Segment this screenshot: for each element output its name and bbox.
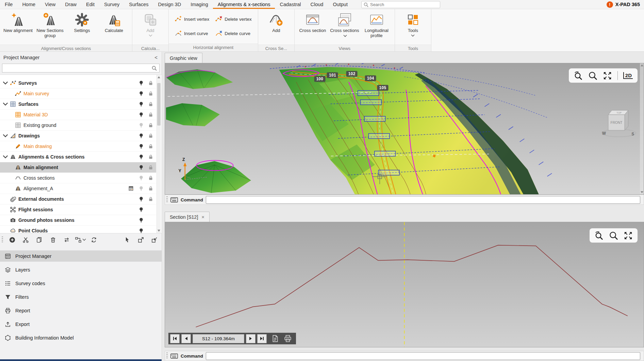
workflow-button[interactable] [76,235,85,244]
lock-icon[interactable] [148,80,153,86]
visibility-bulb-icon[interactable] [138,217,144,223]
chevron-down-icon[interactable] [3,102,10,106]
tree-item-drawings[interactable]: Drawings [0,131,156,141]
visibility-bulb-icon[interactable] [138,165,144,170]
visibility-bulb-icon[interactable] [138,207,144,212]
drag-handle[interactable] [2,236,3,243]
zoom-fit-button[interactable] [624,231,633,240]
panel-nav-export[interactable]: Export [0,318,162,330]
menu-item-cloud[interactable]: Cloud [306,0,328,9]
section-viewport[interactable]: S12 - 109.364m [165,222,644,347]
chevron-down-icon[interactable] [3,134,10,137]
tree-item-main-alignment[interactable]: Main alignment [0,162,156,173]
delete-button[interactable] [49,235,57,244]
lock-icon[interactable] [148,122,153,128]
graphic-viewport[interactable]: Z Y TOP FRONT W S 1001011 [165,63,644,195]
tree-item-material-3d[interactable]: Material 3D [0,110,156,120]
visibility-bulb-icon[interactable] [138,133,144,138]
lock-icon[interactable] [148,186,153,191]
visibility-bulb-icon[interactable] [138,144,144,149]
scroll-down-icon[interactable] [157,228,161,233]
lock-icon[interactable] [148,112,153,117]
ribbon-button-insert-vertex[interactable]: Insert vertex [172,14,212,24]
tree-item-alignement-a[interactable]: Alignement_A [0,183,156,194]
ribbon-button-add[interactable]: Add [260,11,292,45]
import-box-button[interactable] [150,235,159,244]
panel-nav-layers[interactable]: Layers [0,264,162,275]
scroll-up-icon[interactable] [157,75,161,80]
menu-item-file[interactable]: File [0,0,17,9]
ribbon-button-cross-section[interactable]: Cross section [297,11,329,45]
panel-nav-survey-codes[interactable]: Survey codes [0,278,162,289]
tree-item-surveys[interactable]: Surveys [0,78,156,88]
drag-handle[interactable] [166,352,168,359]
menubar-search[interactable] [361,1,440,8]
menu-item-alignments-x-sections[interactable]: Alignments & x-sections [213,0,275,9]
zoom-fit-button[interactable] [603,71,612,80]
panel-nav-report[interactable]: Report [0,305,162,316]
tree-scrollbar[interactable] [156,75,161,233]
menu-item-survey[interactable]: Survey [99,0,124,9]
menu-item-home[interactable]: Home [17,0,40,9]
scroll-up-icon[interactable] [641,64,643,66]
first-section-button[interactable] [170,334,180,343]
export-box-button[interactable] [136,235,145,244]
ribbon-button-add[interactable]: Add [134,11,166,45]
ribbon-button-cross-sections[interactable]: Cross sections [329,11,361,45]
command-input-graphic[interactable] [206,196,640,204]
chevron-down-icon[interactable] [3,81,10,85]
ribbon-button-new-alignment[interactable]: New alignment [2,11,34,45]
copy-button[interactable] [35,235,44,244]
zoom-window-button[interactable] [588,71,597,80]
viewport-scrollbar[interactable] [640,63,644,194]
lock-icon[interactable] [148,175,153,181]
menu-item-imaging[interactable]: Imaging [186,0,213,9]
view-2d-button[interactable]: 2D [623,72,633,79]
menu-item-output[interactable]: Output [328,0,352,9]
project-search-input[interactable] [5,66,150,71]
lock-icon[interactable] [148,165,153,170]
last-section-button[interactable] [257,334,267,343]
menu-item-edit[interactable]: Edit [81,0,99,9]
lock-icon[interactable] [148,144,153,149]
visibility-bulb-icon[interactable] [138,175,144,181]
ribbon-button-longitudinal-profile[interactable]: Longitudinal profile [361,11,393,45]
menu-item-design-3d[interactable]: Design 3D [153,0,186,9]
swap-button[interactable] [62,235,71,244]
collapse-panel-button[interactable]: < [152,54,160,60]
tree-item-external-documents[interactable]: External documents [0,194,156,204]
search-input[interactable] [370,2,438,7]
visibility-bulb-icon[interactable] [138,80,144,86]
print-button[interactable] [284,334,292,343]
panel-nav-filters[interactable]: Filters [0,291,162,302]
ribbon-button-calculate[interactable]: Calculate [98,11,130,45]
repeat-button[interactable] [89,235,98,244]
tree-item-cross-sections[interactable]: Cross sections [0,173,156,183]
ribbon-button-settings[interactable]: Settings [66,11,98,45]
menu-item-view[interactable]: View [40,0,60,9]
tree-item-existing-ground[interactable]: Existing ground [0,120,156,131]
lock-icon[interactable] [148,154,153,160]
tab-section-s12[interactable]: Section [S12] × [165,212,210,222]
ribbon-button-tools[interactable]: Tools [397,11,429,45]
ribbon-button-delete-vertex[interactable]: Delete vertex [213,14,254,24]
visibility-bulb-icon[interactable] [138,91,144,96]
tree-item-surfaces[interactable]: Surfaces [0,99,156,110]
zoom-window-button[interactable] [609,231,618,240]
tree-item-main-drawing[interactable]: Main drawing [0,141,156,152]
add-circle-button[interactable] [8,235,17,244]
ribbon-button-new-sections-group[interactable]: New Sections group [34,11,66,45]
menu-item-cadastral[interactable]: Cadastral [275,0,306,9]
tree-item-point-clouds[interactable]: Point Clouds [0,226,156,233]
view-cube[interactable]: TOP FRONT W S [602,110,636,137]
lock-icon[interactable] [148,133,153,138]
chevron-down-icon[interactable] [3,155,10,159]
zoom-previous-button[interactable] [574,71,583,80]
visibility-bulb-icon[interactable] [138,186,144,191]
visibility-bulb-icon[interactable] [138,154,144,160]
tab-graphic-view[interactable]: Graphic view [165,53,202,63]
visibility-bulb-icon[interactable] [138,196,144,202]
command-input-section[interactable] [206,352,640,360]
menu-item-surfaces[interactable]: Surfaces [124,0,153,9]
panel-nav-building-information-model[interactable]: Building Information Model [0,332,162,343]
